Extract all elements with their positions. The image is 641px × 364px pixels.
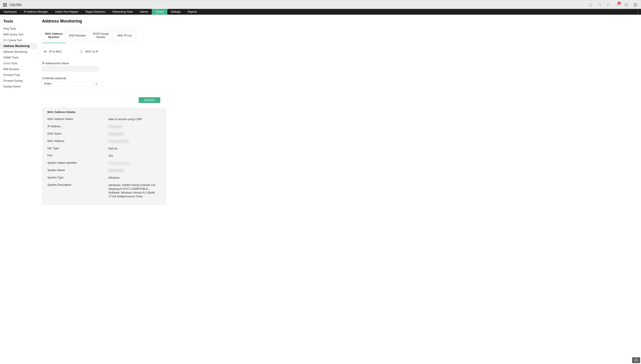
- detail-key: System Name: [48, 169, 108, 172]
- nav-overflow-icon[interactable]: ⋮: [635, 9, 641, 15]
- sidebar: Tools Ping ToolsWMI Query ToolCLI Query …: [0, 15, 37, 364]
- detail-row: System Object Identifierx.x.x.x.x.x.x.x.…: [48, 160, 161, 167]
- detail-key: DNS Name: [48, 132, 108, 135]
- tab-dhcp-scope-monitor[interactable]: DHCP Scope Monitor: [89, 28, 113, 43]
- sidebar-item-forward-trap[interactable]: Forward Trap: [0, 72, 37, 78]
- mac-details-panel: MAC Address Details MAC Address StatusAb…: [42, 108, 166, 205]
- sidebar-item-ping-tools[interactable]: Ping Tools: [0, 26, 37, 32]
- settings-icon[interactable]: [624, 3, 628, 7]
- sidebar-item-forward-syslog[interactable]: Forward Syslog: [0, 78, 37, 84]
- page-title: Address Monitoring: [42, 19, 636, 24]
- nav-item-ip-address-manager[interactable]: IP Address Manager: [20, 9, 52, 15]
- svg-point-2: [607, 3, 609, 6]
- nav-item-rogue-detection[interactable]: Rogue Detection: [82, 9, 109, 15]
- topbar: OpUtils 2: [0, 0, 641, 9]
- sidebar-item-mib-browser[interactable]: MIB Browser: [0, 66, 37, 72]
- quickstart-icon[interactable]: [588, 3, 592, 7]
- nav-item-dashboard[interactable]: Dashboard: [0, 9, 20, 15]
- detail-key: MAC Address: [48, 140, 108, 142]
- tab-mac-ip-list[interactable]: MAC IP List: [113, 28, 136, 43]
- radio-label: MAC to IP: [86, 50, 98, 53]
- svg-rect-6: [636, 360, 638, 361]
- notification-badge: 2: [618, 2, 621, 5]
- nav-item-switch-port-mapper[interactable]: Switch Port Mapper: [52, 9, 82, 15]
- detail-value: x.x.x.x.x.x.x.x.x.x: [108, 161, 161, 165]
- detail-row: IP Addressxxx.xxx.xxx: [48, 123, 161, 130]
- detail-row: System Namexxxxxxxxxxx: [48, 167, 161, 174]
- detail-row: DNS Namexxxxxxxxxxx: [48, 130, 161, 138]
- svg-rect-5: [634, 359, 637, 361]
- detail-value: Able to resolve using ICMP: [108, 118, 161, 121]
- sidebar-title: Tools: [0, 18, 37, 26]
- detail-row: System DescriptionHardware: Intel64 Fami…: [48, 182, 161, 200]
- detail-key: System Object Identifier: [48, 161, 108, 164]
- detail-value: Windows: [108, 176, 161, 180]
- svg-line-3: [609, 5, 610, 6]
- headset-icon[interactable]: [598, 3, 602, 7]
- product-name: OpUtils: [9, 3, 22, 7]
- tab-mac-address-resolver[interactable]: MAC Address Resolver: [42, 28, 66, 43]
- radio-mac-to-ip[interactable]: MAC to IP: [80, 50, 98, 54]
- detail-value: xxxxxxxxxxx: [108, 169, 161, 172]
- sidebar-item-cli-query-tool[interactable]: CLI Query Tool: [0, 38, 37, 43]
- sidebar-item-snmp-tools[interactable]: SNMP Tools: [0, 55, 37, 60]
- radio-label: IP to MAC: [49, 50, 62, 53]
- apps-grid-icon[interactable]: [3, 3, 7, 7]
- chat-fab-icon[interactable]: [632, 357, 640, 363]
- detail-key: MAC Address Status: [48, 118, 108, 120]
- sidebar-item-cisco-tools[interactable]: Cisco Tools: [0, 60, 37, 66]
- tab-dns-resolver[interactable]: DNS Resolver: [66, 28, 89, 43]
- detail-row: MAC Addressxx:xx:xx:xx:xx:xx: [48, 138, 161, 145]
- form-divider: [42, 92, 160, 93]
- ip-address-input[interactable]: [42, 66, 99, 72]
- nav-item-toolset[interactable]: Toolset: [152, 9, 167, 15]
- search-icon[interactable]: [606, 3, 610, 7]
- nav-item-settings[interactable]: Settings: [167, 9, 184, 15]
- dropdown-toggle-icon[interactable]: [94, 81, 98, 86]
- nav-item-networking-tools[interactable]: Networking Tools: [109, 9, 136, 15]
- credential-field-label: Credential (optional): [42, 77, 636, 80]
- sidebar-item-network-monitoring[interactable]: Network Monitoring: [0, 49, 37, 55]
- detail-value: Hardware: Intel64 Family 6 Model 142 Ste…: [108, 183, 161, 198]
- ip-field-label: IP Address/Host Name: [42, 62, 636, 65]
- svg-rect-1: [600, 5, 601, 6]
- detail-key: System Type: [48, 176, 108, 179]
- detail-value: xxx.xxx.xxx: [108, 125, 161, 128]
- detail-row: NIC TypeDell Inc: [48, 145, 161, 152]
- notifications-icon[interactable]: 2: [615, 3, 619, 7]
- svg-point-4: [635, 4, 636, 5]
- detail-value: 161: [108, 154, 161, 158]
- detail-key: IP Address: [48, 125, 108, 128]
- nav-item-reports[interactable]: Reports: [184, 9, 200, 15]
- nav-item-alarms[interactable]: Alarms: [136, 9, 152, 15]
- resolve-button[interactable]: Resolve: [139, 97, 160, 103]
- svg-rect-0: [598, 5, 599, 6]
- credential-select[interactable]: Public: [42, 81, 99, 86]
- detail-row: MAC Address StatusAble to resolve using …: [48, 116, 161, 123]
- main-nav: DashboardIP Address ManagerSwitch Port M…: [0, 9, 641, 15]
- details-panel-title: MAC Address Details: [48, 110, 161, 116]
- sidebar-item-address-monitoring[interactable]: Address Monitoring: [0, 43, 37, 49]
- detail-key: System Description: [48, 183, 108, 186]
- detail-value: Dell Inc: [108, 147, 161, 151]
- detail-key: Port: [48, 154, 108, 157]
- tabs-bar: MAC Address ResolverDNS ResolverDHCP Sco…: [42, 28, 636, 43]
- detail-value: xx:xx:xx:xx:xx:xx: [108, 140, 161, 143]
- detail-row: Port161: [48, 152, 161, 160]
- detail-row: System TypeWindows: [48, 174, 161, 182]
- content-area: Address Monitoring MAC Address ResolverD…: [37, 15, 641, 364]
- detail-key: NIC Type: [48, 147, 108, 150]
- radio-ip-to-mac[interactable]: IP to MAC: [44, 50, 62, 54]
- sidebar-item-wmi-query-tool[interactable]: WMI Query Tool: [0, 32, 37, 38]
- credential-value: Public: [42, 82, 94, 85]
- detail-value: xxxxxxxxxxx: [108, 132, 161, 136]
- sidebar-item-syslog-viewer[interactable]: Syslog Viewer: [0, 84, 37, 90]
- user-avatar[interactable]: [633, 2, 638, 7]
